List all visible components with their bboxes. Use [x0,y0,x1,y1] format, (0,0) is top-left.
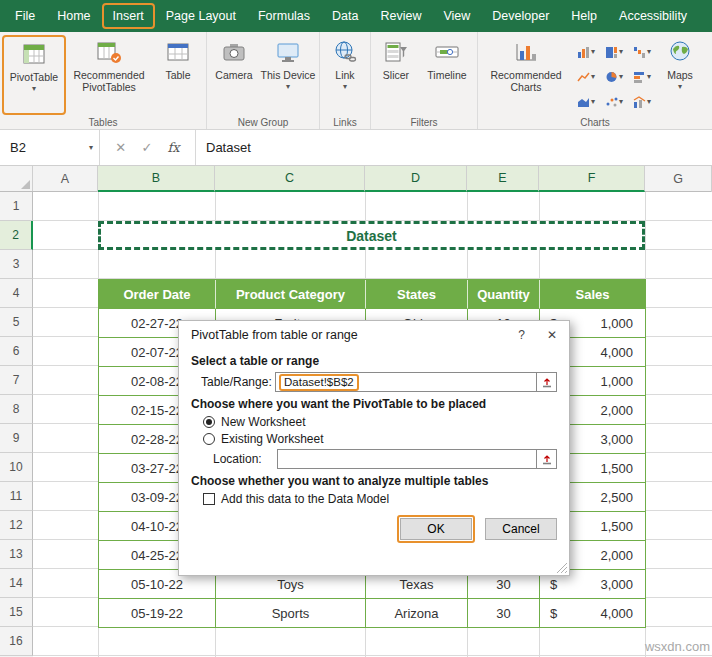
collapse-dialog-icon[interactable] [537,449,557,469]
table-header-cell[interactable]: Product Category [216,280,366,309]
insert-function-icon[interactable]: fx [168,140,180,155]
ribbon-group-charts: Recommended Charts ▾ ▾ ▾ ▾ ▾ ▾ ▾ ▾ ▾ Map… [478,32,712,129]
group-label-charts: Charts [478,117,712,128]
close-icon[interactable]: ✕ [547,328,557,342]
link-button[interactable]: Link ▾ [322,35,368,115]
table-cell[interactable]: Arizona [366,599,468,628]
row-header[interactable]: 8 [0,395,33,424]
column-header-b[interactable]: B [98,166,215,192]
enter-icon[interactable]: ✓ [141,140,152,155]
row-header[interactable]: 3 [0,250,33,279]
data-model-checkbox[interactable] [203,493,215,505]
existing-worksheet-radio[interactable] [203,433,215,445]
resize-grip[interactable] [557,563,567,573]
tab-insert[interactable]: Insert [102,3,155,29]
tab-review[interactable]: Review [369,3,432,29]
waterfall-chart-icon[interactable]: ▾ [628,39,656,64]
select-all-corner[interactable] [0,166,33,191]
dialog-title-bar[interactable]: PivotTable from table or range ? ✕ [179,321,569,349]
camera-button[interactable]: Camera [209,35,259,115]
column-header-f[interactable]: F [539,166,645,192]
name-box-dropdown-icon[interactable]: ▾ [89,144,93,152]
group-label-new-group: New Group [207,117,319,128]
name-box[interactable]: B2 ▾ [0,130,100,165]
column-header-a[interactable]: A [33,166,98,192]
row-header[interactable]: 5 [0,308,33,337]
tab-formulas[interactable]: Formulas [247,3,321,29]
timeline-button[interactable]: Timeline [419,35,475,115]
table-cell[interactable]: 05-19-22 [99,599,216,628]
column-header-g[interactable]: G [645,166,712,192]
recommended-charts-button[interactable]: Recommended Charts [480,35,572,115]
recommended-pivottables-button[interactable]: Recommended PivotTables [66,35,152,115]
combo-chart-icon[interactable]: ▾ [628,89,656,114]
cancel-button[interactable]: Cancel [485,518,557,540]
pie-chart-icon[interactable]: ▾ [600,64,628,89]
row-header[interactable]: 6 [0,337,33,366]
scatter-chart-icon[interactable]: ▾ [600,89,628,114]
table-cell[interactable]: Sports [216,599,366,628]
table-header-cell[interactable]: Quantity [468,280,540,309]
help-icon[interactable]: ? [518,328,525,342]
table-cell[interactable]: 30 [468,599,540,628]
table-header-cell[interactable]: Sales [540,280,646,309]
slicer-button[interactable]: Slicer [373,35,419,115]
pivottable-button[interactable]: PivotTable ▾ [2,35,66,115]
column-header-e[interactable]: E [467,166,539,192]
new-worksheet-radio[interactable] [203,416,215,428]
section-multiple-tables: Choose whether you want to analyze multi… [191,474,557,488]
row-header[interactable]: 13 [0,540,33,569]
row-header[interactable]: 10 [0,453,33,482]
line-chart-icon[interactable]: ▾ [572,64,600,89]
hierarchy-chart-icon[interactable]: ▾ [600,39,628,64]
tab-data[interactable]: Data [321,3,369,29]
this-device-button[interactable]: This Device ▾ [259,35,317,115]
row-header[interactable]: 4 [0,279,33,308]
tab-accessibility[interactable]: Accessibility [608,3,698,29]
row-header[interactable]: 2 [0,221,33,250]
dataset-title-cell[interactable]: Dataset [98,221,645,250]
tab-help[interactable]: Help [560,3,608,29]
row-header[interactable]: 9 [0,424,33,453]
maps-button[interactable]: Maps ▾ [656,35,704,115]
row-header[interactable]: 7 [0,366,33,395]
tab-developer[interactable]: Developer [481,3,560,29]
column-chart-icon[interactable]: ▾ [572,39,600,64]
area-chart-icon[interactable]: ▾ [572,89,600,114]
row-header[interactable]: 15 [0,598,33,627]
column-header-c[interactable]: C [215,166,365,192]
table-button[interactable]: Table [152,35,204,115]
group-label-tables: Tables [0,117,206,128]
recommended-pivottables-label: Recommended PivotTables [66,69,152,93]
ok-button[interactable]: OK [400,518,472,540]
slicer-icon [383,39,409,67]
tab-file[interactable]: File [4,3,46,29]
tab-view[interactable]: View [432,3,481,29]
tab-home[interactable]: Home [46,3,101,29]
row-header[interactable]: 14 [0,569,33,598]
location-input[interactable] [277,449,537,469]
collapse-dialog-icon[interactable] [537,372,557,392]
table-header-cell[interactable]: States [366,280,468,309]
table-range-value: Dataset!$B$2 [279,374,359,391]
table-header-cell[interactable]: Order Date [99,280,216,309]
table-cell[interactable]: $4,000 [540,599,646,628]
tab-page-layout[interactable]: Page Layout [155,3,247,29]
row-header[interactable]: 16 [0,627,33,656]
group-label-links: Links [320,117,370,128]
bar-chart-icon[interactable]: ▾ [628,64,656,89]
table-range-input[interactable]: Dataset!$B$2 [275,372,537,392]
table-range-label: Table/Range: [201,375,275,389]
column-header-d[interactable]: D [365,166,467,192]
table-icon [165,39,191,67]
row-header[interactable]: 11 [0,482,33,511]
cancel-icon[interactable]: ✕ [115,140,126,155]
maps-label: Maps [667,69,693,81]
pivottable-icon [21,41,47,69]
row-header[interactable]: 1 [0,192,33,221]
timeline-label: Timeline [427,69,466,81]
table-label: Table [165,69,190,81]
formula-input[interactable]: Dataset [196,130,712,165]
row-header[interactable]: 12 [0,511,33,540]
this-device-icon [275,39,301,67]
